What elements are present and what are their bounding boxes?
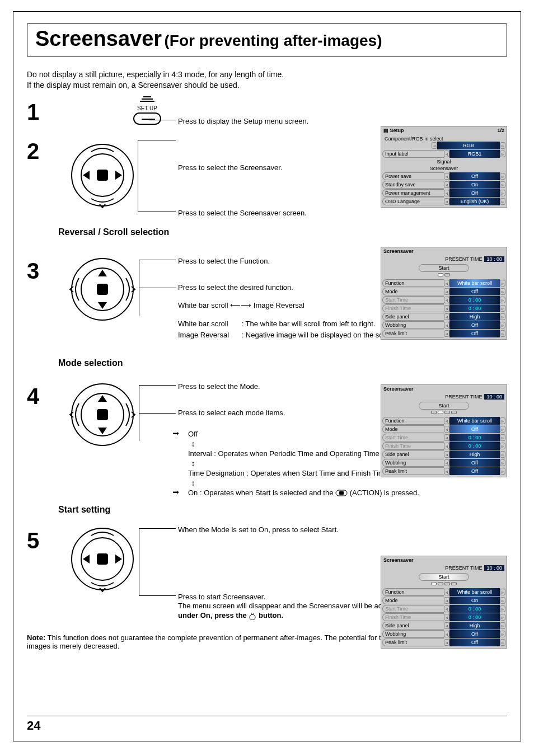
osd-row: Mode◃Off▹ [382, 425, 505, 433]
osd-row: Mode◃On▹ [382, 597, 505, 604]
setup-label: SET UP [128, 105, 167, 111]
updown-arrow-icon [188, 439, 198, 448]
osd-row: Peak limit◃Off▹ [382, 467, 505, 475]
updown-arrow-icon [188, 478, 198, 487]
osd-row: Side panel◃High▹ [382, 313, 505, 321]
osd-row: Function◃White bar scroll▹ [382, 279, 505, 287]
osd-row: Signal [382, 158, 505, 165]
osd-row: Side panel◃High▹ [382, 450, 505, 458]
osd-row: Power management◃Off▹ [382, 189, 505, 197]
remote-dpad-icon [66, 253, 139, 326]
remote-dpad-icon [66, 523, 139, 595]
step-5-text-3c: button. [259, 611, 283, 619]
present-time-label: PRESENT TIME [445, 394, 482, 400]
step-1-text: Press to display the Setup menu screen. [178, 100, 507, 126]
intro-text: Do not display a still picture, especial… [27, 69, 507, 91]
svg-rect-8 [97, 409, 108, 420]
present-time-value: 10 : 00 [484, 394, 504, 400]
present-time-value: 10 : 00 [484, 256, 504, 262]
osd-row: Power save◃Off▹ [382, 172, 505, 180]
osd-row: Input label◃RGB1▹ [382, 150, 505, 158]
step-3-number: 3 [27, 259, 39, 284]
page-title-box: Screensaver (For preventing after-images… [27, 23, 507, 57]
osd-row: Function◃White bar scroll▹ [382, 588, 505, 596]
mode-on-tail: (ACTION) is pressed. [350, 489, 419, 497]
osd-row: Wobbling◃Off▹ [382, 321, 505, 329]
step-3-heading: Reversal / Scroll selection [58, 227, 507, 237]
osd-row: Side panel◃High▹ [382, 622, 505, 630]
updown-arrow-icon [188, 459, 198, 468]
present-time-label: PRESENT TIME [445, 256, 482, 262]
desc2-label: Image Reversal [178, 330, 240, 340]
osd-row: Mode◃Off▹ [382, 288, 505, 295]
osd-screensaver-panel-2: Screensaver PRESENT TIME 10 : 00 Start F… [381, 384, 507, 477]
svg-rect-5 [97, 284, 108, 295]
step-4-heading: Mode selection [58, 358, 507, 368]
title-main: Screensaver [35, 27, 162, 50]
setup-button-icon: SET UP [128, 96, 167, 125]
osd-start-button: Start [419, 402, 469, 410]
osd-screensaver-panel-1: Screensaver PRESENT TIME 10 : 00 Start F… [381, 247, 507, 340]
osd-row: Peak limit◃Off▹ [382, 638, 505, 646]
osd-row: Start Time◃0 : 00▹ [382, 296, 505, 304]
desc1-label: White bar scroll [178, 319, 240, 329]
svg-rect-10 [339, 491, 344, 495]
step-5-heading: Start setting [58, 505, 507, 515]
svg-text:R: R [251, 612, 254, 616]
desc2-text: : Negative image will be displayed on th… [242, 331, 400, 339]
osd-ss-title: Screensaver [383, 248, 414, 254]
osd-row: Component/RGB-in select◃RGB▹ [382, 136, 505, 149]
osd-start-button: Start [419, 573, 469, 581]
action-button-icon [335, 490, 348, 496]
toggle-left: White bar scroll [178, 301, 228, 309]
osd-ss-title: Screensaver [383, 557, 414, 563]
osd-row: Finish Time◃0 : 00▹ [382, 442, 505, 450]
osd-row: Screensaver [382, 165, 505, 172]
mode-on: On : Operates when Start is selected and… [188, 489, 333, 497]
present-time-value: 10 : 00 [484, 565, 504, 571]
remote-dpad-icon [66, 139, 139, 212]
step-5-number: 5 [27, 528, 39, 553]
osd-row: Peak limit◃Off▹ [382, 330, 505, 337]
osd-row: Finish Time◃0 : 00▹ [382, 304, 505, 312]
step-5-text-1: When the Mode is set to On, press to sel… [178, 519, 346, 535]
desc1-text: : The white bar will scroll from left to… [242, 320, 376, 328]
osd-setup-panel: ▤ Setup 1/2 Component/RGB-in select◃RGB▹… [381, 126, 507, 208]
double-arrow-icon: ⟵⟶ [230, 301, 254, 309]
osd-row: Start Time◃0 : 00▹ [382, 434, 505, 442]
svg-rect-13 [97, 553, 108, 565]
step-2-text-2: Press to select the Screensaver screen. [178, 208, 307, 218]
toggle-right: Image Reversal [254, 301, 305, 309]
osd-row: Function◃White bar scroll▹ [382, 417, 505, 425]
page-number: 24 [27, 719, 40, 733]
osd-setup-page: 1/2 [497, 128, 504, 133]
osd-screensaver-panel-3: Screensaver PRESENT TIME 10 : 00 Start F… [381, 556, 507, 649]
step-5-text-3a: The menu screen will disappear and the S… [178, 602, 407, 610]
osd-ss-title: Screensaver [383, 386, 414, 392]
step-1-number: 1 [27, 100, 39, 125]
step-5-text-2: Press to start Screensaver. [178, 592, 265, 602]
step-2-number: 2 [27, 139, 39, 164]
note-label: Note: [27, 633, 45, 642]
osd-start-button: Start [419, 264, 469, 272]
title-sub: (For preventing after-images) [165, 32, 382, 49]
osd-row: Finish Time◃0 : 00▹ [382, 613, 505, 621]
osd-row: Wobbling◃Off▹ [382, 630, 505, 638]
svg-rect-2 [97, 170, 108, 181]
osd-row: Wobbling◃Off▹ [382, 459, 505, 467]
osd-setup-title: Setup [390, 128, 404, 133]
step-4-number: 4 [27, 384, 39, 409]
osd-row: Start Time◃0 : 00▹ [382, 605, 505, 613]
osd-row: OSD Language◃English (UK)▹ [382, 198, 505, 205]
intro-line2: If the display must remain on, a Screens… [27, 80, 507, 91]
remote-dpad-icon [66, 378, 139, 451]
intro-line1: Do not display a still picture, especial… [27, 69, 507, 80]
present-time-label: PRESENT TIME [445, 565, 482, 571]
osd-row: Standby save◃On▹ [382, 181, 505, 189]
r-button-icon: R [249, 612, 256, 620]
